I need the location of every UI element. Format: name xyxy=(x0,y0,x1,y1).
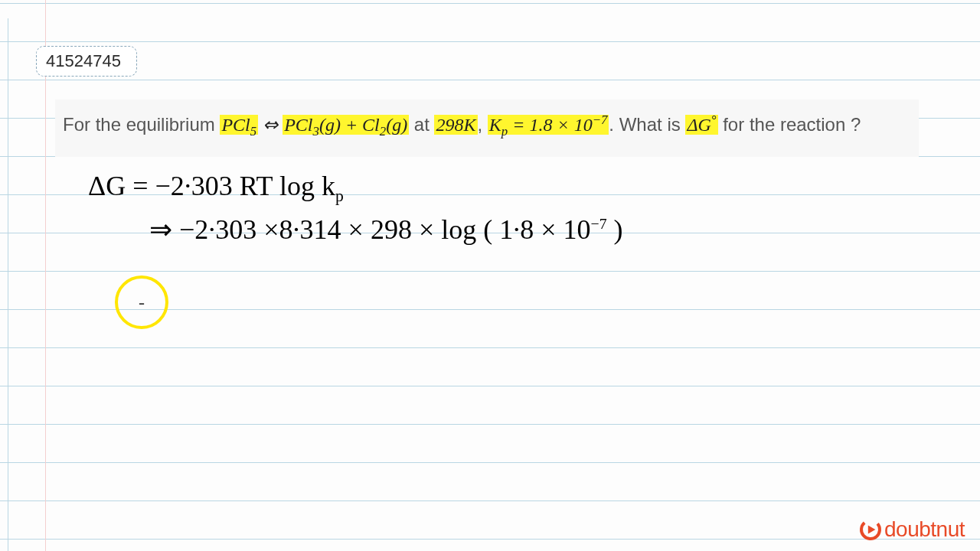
question-id-box: 41524745 xyxy=(36,46,137,77)
question-text: For the equilibrium PCl5 ⇔ PCl3(g) + Cl2… xyxy=(55,99,919,157)
kp-exp: −7 xyxy=(593,112,608,127)
hw-log2: log xyxy=(441,214,476,245)
q-pre1: For the equilibrium xyxy=(63,114,220,135)
question-id: 41524745 xyxy=(46,51,121,70)
brand-logo: doubtnut xyxy=(858,517,965,542)
left-vertical-rule xyxy=(8,18,8,551)
eq-species: PCl xyxy=(221,115,250,135)
hw-paren-close: ) xyxy=(607,214,623,245)
q-dg: ΔG° xyxy=(685,115,717,135)
hw-dg: ΔG xyxy=(88,171,126,201)
eq-plus-cl: (g) + Cl xyxy=(319,115,380,135)
hw-implies: ⇒ −2·303 ×8·314 × 298 × xyxy=(149,214,441,245)
handwriting-line-2: ⇒ −2·303 ×8·314 × 298 × log ( 1·8 × 10−7… xyxy=(149,216,623,243)
yellow-circle-annotation: - xyxy=(115,276,168,329)
circle-content: - xyxy=(139,292,145,313)
kp-value: = 1.8 × 10 xyxy=(508,115,592,135)
eq-g2: (g) xyxy=(386,115,407,135)
handwriting-line-1: ΔG = −2·303 RT log kp xyxy=(88,172,344,205)
q-tail: for the reaction ? xyxy=(718,114,861,135)
eq-subscript: 5 xyxy=(250,124,256,139)
dg-degree: ° xyxy=(711,112,717,127)
hw-exp: −7 xyxy=(591,215,607,232)
q-kp: Kp = 1.8 × 10−7 xyxy=(488,115,609,135)
hw-log1: log xyxy=(279,171,315,201)
hw-paren-open: ( 1·8 × 10 xyxy=(476,214,590,245)
svg-marker-1 xyxy=(868,525,876,533)
hw-kp: k xyxy=(315,171,335,201)
q-whatis: . What is xyxy=(609,114,685,135)
dg-symbol: ΔG xyxy=(687,115,710,135)
kp-symbol: K xyxy=(489,115,501,135)
q-temp: 298K xyxy=(434,115,477,135)
q-eq-pcl5: PCl5 xyxy=(220,115,258,135)
eq-pcl3: PCl xyxy=(284,115,312,135)
doubtnut-icon xyxy=(858,517,883,542)
eq-sub3: 3 xyxy=(313,124,319,139)
q-arrow: ⇔ xyxy=(258,115,283,135)
kp-sub: p xyxy=(501,124,508,139)
brand-name: doubtnut xyxy=(884,517,965,542)
eq-sub2: 2 xyxy=(380,124,386,139)
q-comma: , xyxy=(478,114,488,135)
q-at: at xyxy=(409,114,434,135)
hw-kp-sub: p xyxy=(335,187,344,205)
hw-eq: = −2·303 RT xyxy=(126,171,279,201)
q-eq-products: PCl3(g) + Cl2(g) xyxy=(283,115,409,135)
